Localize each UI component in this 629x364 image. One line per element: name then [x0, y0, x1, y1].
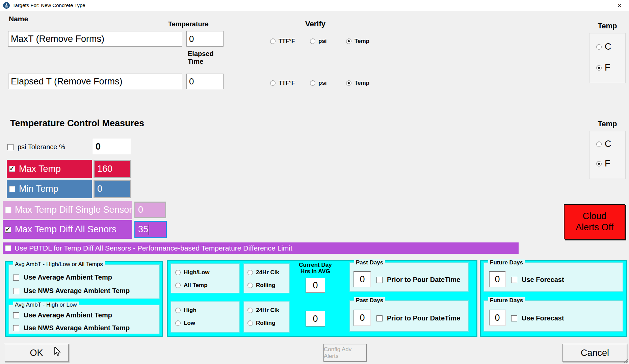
target-name-input[interactable]: Elapsed T (Remove Forms): [8, 74, 182, 89]
max-temp-diff-single-checkbox[interactable]: [5, 207, 11, 213]
radio-icon[interactable]: [270, 80, 276, 86]
checkbox-icon[interactable]: [13, 288, 19, 294]
checkbox-icon[interactable]: [511, 277, 517, 283]
future-days-panel: Future Days 0 Use Forecast Future Days 0…: [480, 260, 627, 337]
high-radio[interactable]: High: [175, 307, 196, 314]
radio-icon[interactable]: [175, 308, 181, 313]
pbtdl-checkbox[interactable]: [5, 245, 11, 251]
celsius-radio[interactable]: C: [596, 42, 611, 52]
max-temp-checkbox[interactable]: [9, 166, 15, 172]
checkbox-icon[interactable]: [376, 277, 383, 283]
psi-tolerance-input[interactable]: 0: [93, 139, 131, 154]
radio-icon[interactable]: [346, 38, 351, 44]
radio-icon[interactable]: [247, 308, 253, 313]
fahrenheit-radio[interactable]: F: [596, 62, 610, 73]
name-column-label: Name: [9, 15, 28, 23]
checkbox-icon[interactable]: [511, 315, 517, 321]
min-temp-value-input[interactable]: 0: [94, 180, 131, 198]
radio-icon[interactable]: [175, 283, 181, 288]
checkbox-icon[interactable]: [376, 315, 383, 321]
close-button[interactable]: ✕: [613, 0, 626, 11]
max-temp-diff-all-checkbox[interactable]: [5, 227, 11, 233]
target-temperature-input[interactable]: 0: [186, 74, 224, 89]
mouse-cursor: [54, 347, 62, 356]
alltemp-radio[interactable]: All Temp: [175, 282, 208, 289]
fahrenheit-radio[interactable]: F: [596, 158, 610, 169]
verify-ttf-radio[interactable]: TTF°F: [270, 38, 295, 45]
avg-ambt-high-or-low-group: Avg AmbT - High or Low Use Average Ambie…: [8, 305, 160, 334]
cloud-alerts-button[interactable]: Cloud Alerts Off: [564, 204, 625, 239]
clock-group-row1: 24Hr Clk Rolling: [243, 263, 290, 293]
cancel-button[interactable]: Cancel: [562, 344, 627, 362]
use-forecast-checkbox[interactable]: Use Forecast: [511, 276, 564, 284]
max-temp-diff-single-value-input[interactable]: 0: [134, 202, 166, 218]
checkbox-icon[interactable]: [13, 275, 19, 281]
avg-ambient-panel: Avg AmbT - High/Low or All Temps Use Ave…: [5, 261, 163, 337]
elapsed-time-label: Elapsed Time: [188, 50, 214, 66]
verify-temp-radio[interactable]: Temp: [346, 80, 369, 86]
radio-icon[interactable]: [247, 270, 253, 275]
dialog-window: Targets For: New Concrete Type ✕ Name Te…: [0, 0, 629, 364]
verify-column-label: Verify: [293, 20, 337, 28]
radio-icon[interactable]: [596, 141, 602, 147]
prior-to-pour-checkbox[interactable]: Prior to Pour DateTime: [376, 314, 460, 322]
section-heading: Temperature Control Measures: [10, 118, 144, 129]
current-day-hrs-input[interactable]: 0: [306, 278, 325, 293]
clock-group-row2: 24Hr Clk Rolling: [243, 301, 290, 333]
temp-unit-groupbox: C F: [589, 131, 626, 179]
max-temp-value-input[interactable]: 160: [94, 160, 131, 178]
checkbox-icon[interactable]: [13, 325, 19, 331]
verify-temp-radio[interactable]: Temp: [346, 38, 369, 45]
current-day-hrs-input-row2[interactable]: 0: [306, 311, 325, 327]
prior-to-pour-checkbox[interactable]: Prior to Pour DateTime: [376, 276, 460, 284]
config-adv-alerts-button[interactable]: Config Adv Alerts: [323, 344, 367, 362]
radio-icon[interactable]: [310, 38, 315, 44]
future-days-input[interactable]: 0: [489, 271, 506, 287]
24hrclk-radio[interactable]: 24Hr Clk: [247, 307, 279, 314]
current-day-hrs-label: Current Day Hrs in AVG: [293, 262, 337, 275]
min-temp-checkbox[interactable]: [9, 186, 15, 192]
verify-psi-radio[interactable]: psi: [310, 38, 327, 45]
target-name-input[interactable]: MaxT (Remove Forms): [8, 31, 182, 47]
use-average-ambient-temp-checkbox[interactable]: Use Average Ambient Temp: [13, 311, 112, 319]
radio-icon[interactable]: [247, 320, 253, 326]
past-days-group-row2: Past Days 0 Prior to Pour DateTime: [349, 300, 469, 332]
min-temp-row: Min Temp: [7, 180, 92, 198]
radio-icon[interactable]: [596, 161, 602, 166]
resize-grip[interactable]: [622, 357, 628, 363]
verify-ttf-radio[interactable]: TTF°F: [270, 80, 295, 86]
radio-icon[interactable]: [596, 65, 602, 71]
rolling-radio[interactable]: Rolling: [247, 282, 276, 289]
low-radio[interactable]: Low: [175, 320, 195, 327]
app-icon: [3, 2, 10, 9]
radio-icon[interactable]: [270, 38, 276, 44]
radio-icon[interactable]: [346, 80, 351, 86]
checkbox-icon[interactable]: [7, 144, 14, 150]
use-forecast-checkbox[interactable]: Use Forecast: [511, 314, 564, 322]
checkbox-icon[interactable]: [13, 312, 19, 318]
max-temp-diff-all-value-input[interactable]: 35: [134, 221, 167, 238]
target-temperature-input[interactable]: 0: [186, 31, 224, 47]
verify-psi-radio[interactable]: psi: [310, 80, 327, 86]
rolling-radio[interactable]: Rolling: [247, 320, 276, 327]
highlow-radio[interactable]: High/Low: [175, 269, 209, 276]
max-temp-diff-single-row: Max Temp Diff Single Sensor: [3, 201, 132, 219]
use-nws-average-ambient-temp-checkbox[interactable]: Use NWS Average Ambient Temp: [13, 324, 130, 332]
past-days-input[interactable]: 0: [353, 271, 371, 287]
24hrclk-radio[interactable]: 24Hr Clk: [247, 269, 279, 276]
use-average-ambient-temp-checkbox[interactable]: Use Average Ambient Temp: [13, 274, 112, 281]
psi-tolerance-checkbox[interactable]: psi Tolerance %: [7, 143, 65, 151]
past-days-group-row1: Past Days 0 Prior to Pour DateTime: [349, 262, 469, 292]
max-temp-row: Max Temp: [7, 160, 92, 178]
radio-icon[interactable]: [175, 320, 181, 326]
use-nws-average-ambient-temp-checkbox[interactable]: Use NWS Average Ambient Temp: [13, 287, 130, 295]
radio-icon[interactable]: [175, 270, 181, 275]
averaging-settings-panel: High/Low All Temp 24Hr Clk Rolling Curre…: [167, 260, 477, 337]
radio-icon[interactable]: [310, 80, 315, 86]
past-days-input[interactable]: 0: [353, 310, 371, 326]
future-days-input[interactable]: 0: [489, 310, 506, 326]
radio-icon[interactable]: [596, 44, 602, 50]
radio-icon[interactable]: [247, 283, 253, 288]
celsius-radio[interactable]: C: [596, 139, 611, 149]
mode-group-row2: High Low: [171, 301, 240, 333]
